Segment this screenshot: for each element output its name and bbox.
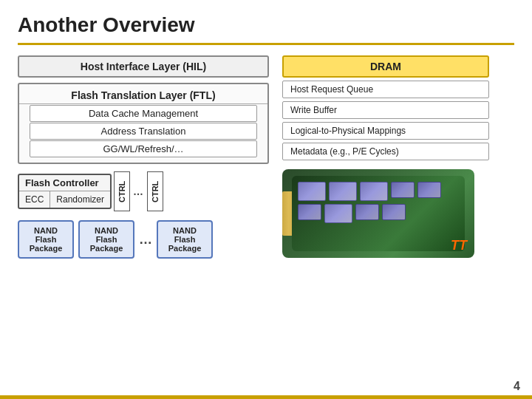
fc-title: Flash Controller [19,175,110,191]
title-underline [18,43,514,45]
nand-pkg-1: NAND Flash Package [18,220,74,259]
ftl-box: Flash Translation Layer (FTL) [19,87,267,104]
nand-pkg-3: NAND Flash Package [157,220,213,259]
fc-row: Flash Controller ECC Randomizer CTRL … C… [18,171,213,211]
data-cache-box: Data Cache Management [30,105,257,122]
host-request-queue-box: Host Request Queue [282,81,489,98]
nand-pkg-2: NAND Flash Package [78,220,134,259]
chip-2 [329,182,357,201]
fc-inner: ECC Randomizer [19,191,110,208]
write-buffer-box: Write Buffer [282,101,489,119]
ctrl1-box: CTRL [114,171,130,211]
randomizer-box: Randomizer [50,191,110,208]
chip-5 [417,182,441,198]
bottom-section: Flash Controller ECC Randomizer CTRL … C… [18,171,269,259]
gg-wl-box: GG/WL/Refresh/… [30,140,257,157]
left-column: Host Interface Layer (HIL) Flash Transla… [18,55,269,259]
chip-3 [360,182,388,201]
chip-6 [298,204,321,220]
slide-title: Another Overview [18,13,514,37]
ecc-box: ECC [19,191,50,208]
tt-logo: TT [451,238,467,253]
nand-dots: … [139,232,152,248]
right-column: DRAM Host Request Queue Write Buffer Log… [282,55,489,259]
logical-physical-box: Logical-to-Physical Mappings [282,122,489,140]
page-number: 4 [514,380,520,393]
bottom-bar [0,395,532,399]
dram-box: DRAM [282,55,489,78]
hil-box: Host Interface Layer (HIL) [18,55,269,78]
chip-7 [324,204,352,223]
flash-controller-box: Flash Controller ECC Randomizer [18,174,112,209]
ctrl-dots: … [133,185,143,197]
chip-8 [355,204,379,220]
chip-4 [391,182,415,198]
chip-1 [298,182,326,201]
ssd-pcb [292,176,465,251]
chip-9 [382,204,406,220]
nand-row: NAND Flash Package NAND Flash Package … … [18,220,213,259]
slide: Another Overview Host Interface Layer (H… [0,0,532,399]
fc-nand-wrapper: Flash Controller ECC Randomizer CTRL … C… [18,171,213,259]
metadata-box: Metadata (e.g., P/E Cycles) [282,143,489,160]
address-translation-box: Address Translation [30,123,257,140]
ctrl2-box: CTRL [147,171,163,211]
content-area: Host Interface Layer (HIL) Flash Transla… [18,55,514,259]
ssd-image: TT [282,169,474,258]
